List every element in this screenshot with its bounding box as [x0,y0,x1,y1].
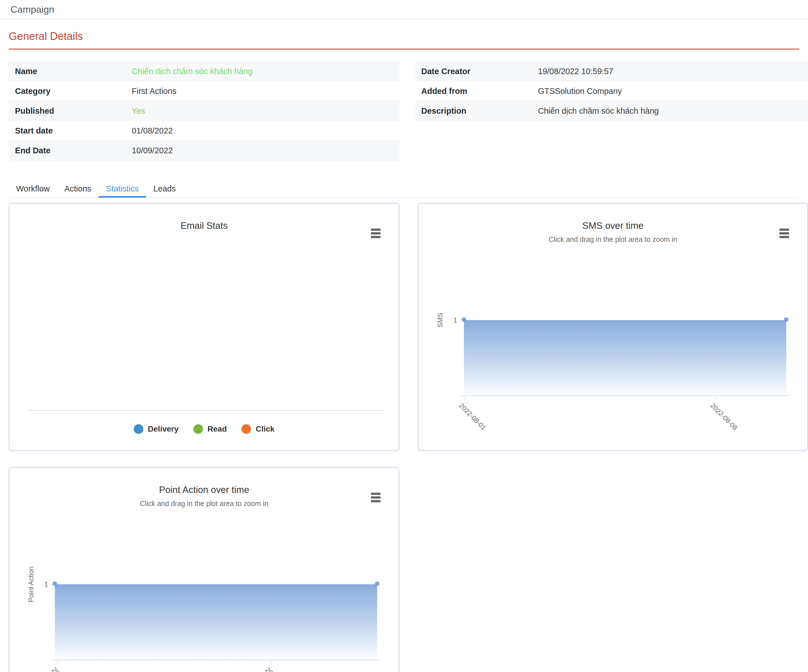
detail-value-published: Yes [132,106,145,116]
detail-label: Date Creator [415,67,538,76]
detail-row-published: Published Yes [9,101,399,121]
plot-area[interactable] [464,320,786,395]
tab-bar: Workflow Actions Statistics Leads [9,180,799,198]
detail-row-start-date: Start date 01/08/2022 [9,121,399,140]
data-point-marker [375,582,379,586]
chart-title: Email Stats [10,220,399,231]
legend-dot-delivery [134,424,144,434]
detail-row-name: Name Chiến dịch chăm sóc khách hàng [9,61,399,81]
legend-dot-read [194,424,203,434]
area-series [55,584,377,660]
data-point-marker [784,317,788,322]
legend-label: Delivery [148,425,179,434]
details-table-left: Name Chiến dịch chăm sóc khách hàng Cate… [9,61,399,160]
detail-value-name: Chiến dịch chăm sóc khách hàng [132,67,252,76]
detail-label: Start date [9,126,132,135]
tab-workflow[interactable]: Workflow [9,180,57,197]
data-point-marker [462,317,466,322]
x-axis-label: 2022-08-01 [457,401,487,432]
detail-row-category: Category First Actions [9,81,399,101]
detail-label: End Date [9,146,132,155]
section-divider [9,48,799,50]
detail-value-description: Chiến dịch chăm sóc khách hàng [538,106,659,116]
chart-legend: Delivery Read Click [10,424,399,434]
x-axis-tick [271,660,271,664]
chart-title: Point Action over time [10,484,399,495]
y-axis-tick-label: 1 [419,316,457,324]
x-axis-label: 2022-08-08 [264,666,294,672]
chart-menu-icon[interactable] [780,229,789,238]
chart-title: SMS over time [419,220,807,231]
details-table-right: Date Creator 19/08/2022 10:59:57 Added f… [415,61,808,121]
detail-label: Description [415,106,538,116]
detail-row-end-date: End Date 10/09/2022 [9,140,399,160]
chart-subtitle: Click and drag in the plot area to zoom … [419,235,807,244]
detail-value-end-date: 10/09/2022 [132,146,173,155]
statistics-panel: Email Stats Delivery Read Click S [9,203,808,672]
detail-value-added-from: GTSSolution Company [538,87,622,96]
detail-value-category: First Actions [132,87,177,96]
legend-item-click[interactable]: Click [242,424,274,434]
legend-label: Click [255,425,274,434]
x-axis-line [28,410,385,411]
sms-over-time-card: SMS over time Click and drag in the plot… [418,203,808,451]
y-axis-tick-label: 1 [10,580,48,588]
detail-label: Added from [415,87,538,96]
point-action-over-time-card: Point Action over time Click and drag in… [9,467,399,672]
x-axis-tick [465,396,465,400]
detail-value-date-creator: 19/08/2022 10:59:57 [538,67,613,76]
legend-label: Read [207,425,227,434]
detail-label: Name [9,67,132,76]
tab-statistics[interactable]: Statistics [98,180,146,197]
plot-area[interactable] [55,584,377,660]
page-title: Campaign [10,4,54,15]
detail-row-description: Description Chiến dịch chăm sóc khách hà… [415,101,808,121]
legend-item-delivery[interactable]: Delivery [134,424,179,434]
campaign-detail-section: General Details Name Chiến dịch chăm sóc… [0,30,808,672]
tab-leads[interactable]: Leads [146,180,183,197]
legend-dot-click [242,424,251,434]
x-axis-tick [716,396,717,400]
detail-row-date-creator: Date Creator 19/08/2022 10:59:57 [415,61,808,81]
x-axis-tick [57,660,58,664]
x-axis-label: 2022-08-08 [709,401,739,432]
data-point-marker [53,582,57,586]
detail-label: Category [9,87,132,96]
chart-menu-icon[interactable] [371,493,381,502]
legend-item-read[interactable]: Read [194,424,227,434]
detail-value-start-date: 01/08/2022 [132,126,173,135]
section-title-general-details: General Details [9,30,799,42]
email-stats-card: Email Stats Delivery Read Click [9,203,399,451]
chart-subtitle: Click and drag in the plot area to zoom … [10,500,399,508]
x-axis-label: 2022-08-01 [50,666,80,672]
general-details: Name Chiến dịch chăm sóc khách hàng Cate… [9,61,808,160]
x-axis-line [461,395,789,396]
detail-label: Published [9,106,132,116]
top-bar: Campaign [0,0,808,20]
area-series [464,320,786,395]
x-axis-line [52,660,380,660]
detail-row-added-from: Added from GTSSolution Company [415,81,808,101]
tab-actions[interactable]: Actions [57,180,98,197]
chart-menu-icon[interactable] [371,229,381,238]
